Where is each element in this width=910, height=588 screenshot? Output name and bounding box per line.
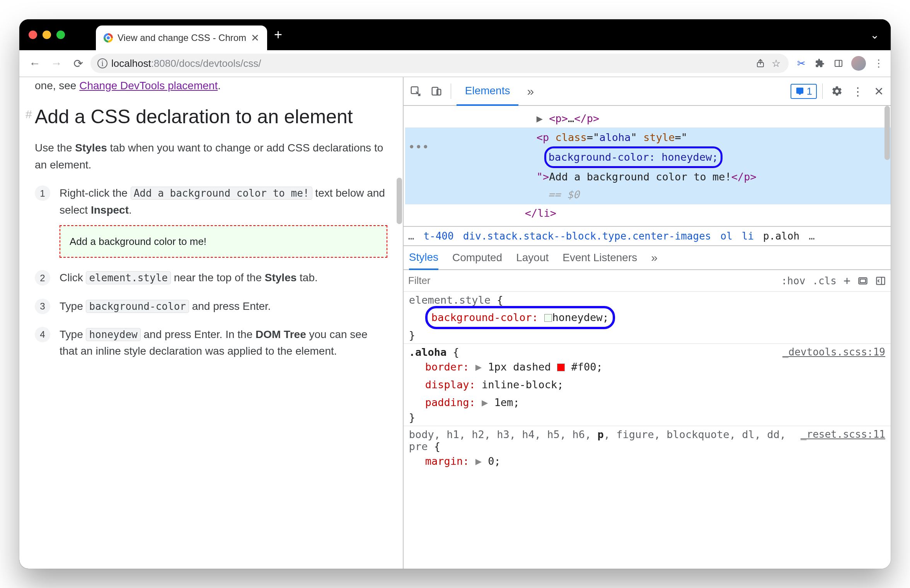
crumb-item[interactable]: ol	[720, 230, 732, 242]
bookmark-star-icon[interactable]: ☆	[770, 58, 782, 69]
scrollbar[interactable]	[884, 106, 890, 160]
window-titlebar: View and change CSS - Chrom ✕ + ⌄	[19, 19, 891, 50]
window-menu-chevron-icon[interactable]: ⌄	[870, 29, 879, 41]
tab-elements[interactable]: Elements	[457, 77, 519, 106]
crumb-item[interactable]: div.stack.stack--block.type.center-image…	[463, 230, 711, 242]
svg-rect-7	[860, 279, 866, 282]
close-tab-button[interactable]: ✕	[251, 32, 259, 44]
crumb-item-selected[interactable]: p.aloh	[763, 230, 799, 242]
tab-computed[interactable]: Computed	[452, 252, 502, 264]
site-info-icon[interactable]: i	[97, 58, 107, 68]
settings-gear-icon[interactable]	[828, 82, 846, 100]
step-number: 2	[35, 270, 50, 286]
chrome-menu-button[interactable]: ⋮	[873, 58, 884, 69]
selected-node-indicator: == $0	[428, 186, 891, 204]
crumb-ellipsis[interactable]: …	[408, 230, 414, 242]
reload-button[interactable]: ⟳	[69, 54, 87, 73]
url-host: localhost:8080/docs/devtools/css/	[111, 58, 261, 70]
crumb-ellipsis[interactable]: …	[809, 230, 815, 242]
chrome-icon	[104, 33, 113, 42]
list-item: 3 Type background-color and press Enter.	[35, 298, 387, 314]
profile-avatar[interactable]	[851, 56, 866, 71]
tab-event-listeners[interactable]: Event Listeners	[562, 252, 637, 264]
code-chip: honeydew	[86, 328, 140, 341]
list-item: 4 Type honeydew and press Enter. In the …	[35, 326, 387, 360]
list-item: 1 Right-click the Add a background color…	[35, 185, 387, 258]
devtools-close-button[interactable]: ✕	[870, 82, 888, 100]
section-heading: # Add a CSS declaration to an element	[35, 105, 387, 128]
link-change-placement[interactable]: Change DevTools placement	[79, 80, 218, 92]
style-rules: element.style { background-color: honeyd…	[404, 292, 891, 569]
anchor-hash-icon[interactable]: #	[26, 108, 32, 121]
traffic-lights	[29, 31, 65, 39]
back-button[interactable]: ←	[26, 54, 44, 73]
svg-rect-1	[835, 60, 842, 66]
address-bar[interactable]: i localhost:8080/docs/devtools/css/ ☆	[90, 54, 789, 73]
styles-subtabs: Styles Computed Layout Event Listeners »	[404, 246, 891, 270]
demo-target-box[interactable]: Add a background color to me!	[60, 225, 387, 258]
cls-toggle[interactable]: .cls	[812, 275, 837, 287]
scrollbar[interactable]	[397, 178, 402, 224]
browser-toolbar: ← → ⟳ i localhost:8080/docs/devtools/css…	[19, 50, 891, 77]
dom-breadcrumb[interactable]: … t-400 div.stack.stack--block.type.cent…	[404, 227, 891, 246]
tab-styles[interactable]: Styles	[409, 246, 438, 270]
sidepanel-icon[interactable]	[833, 58, 844, 69]
scissors-icon[interactable]: ✂	[796, 58, 807, 69]
code-chip: Add a background color to me!	[131, 187, 312, 200]
step-number: 3	[35, 299, 50, 314]
extensions-icon[interactable]	[814, 58, 826, 69]
minimize-window-button[interactable]	[43, 31, 51, 39]
devtools-topbar: Elements » 1 ⋮ ✕	[404, 77, 891, 106]
tab-layout[interactable]: Layout	[516, 252, 549, 264]
share-icon[interactable]	[755, 58, 766, 69]
styles-filter-row: :hov .cls +	[404, 270, 891, 292]
dom-tree[interactable]: ▶ <p>…</p> ••• <p class="aloha" style=" …	[404, 106, 891, 227]
browser-tab[interactable]: View and change CSS - Chrom ✕	[96, 25, 267, 50]
new-tab-button[interactable]: +	[274, 27, 282, 43]
close-window-button[interactable]	[29, 31, 37, 39]
code-chip: element.style	[86, 271, 171, 284]
page-content: one, see Change DevTools placement. # Ad…	[19, 77, 403, 569]
style-rule[interactable]: _devtools.scss:19 .aloha { border: ▶ 1px…	[404, 344, 891, 426]
style-rule[interactable]: element.style { background-color: honeyd…	[404, 292, 891, 344]
side-panel-toggle-icon[interactable]	[875, 275, 886, 286]
section-intro: Use the Styles tab when you want to chan…	[35, 139, 387, 173]
steps-list: 1 Right-click the Add a background color…	[35, 185, 387, 360]
crumb-item[interactable]: li	[742, 230, 754, 242]
new-style-rule-button[interactable]: +	[844, 274, 850, 287]
hov-toggle[interactable]: :hov	[781, 275, 806, 287]
issues-count: 1	[807, 85, 812, 97]
tab-title: View and change CSS - Chrom	[118, 32, 246, 43]
step-number: 4	[35, 327, 50, 342]
issues-badge[interactable]: 1	[791, 84, 817, 99]
filter-input[interactable]	[408, 275, 781, 287]
style-rule[interactable]: _reset.scss:11 body, h1, h2, h3, h4, h5,…	[404, 426, 891, 472]
maximize-window-button[interactable]	[56, 31, 65, 39]
code-chip: background-color	[86, 300, 189, 313]
devtools-menu-button[interactable]: ⋮	[849, 82, 867, 100]
forward-button[interactable]: →	[47, 54, 66, 73]
color-swatch-icon[interactable]	[544, 314, 552, 322]
color-swatch-icon[interactable]	[557, 364, 565, 371]
devtools-panel: Elements » 1 ⋮ ✕ ▶ <p>…</p>	[403, 77, 891, 569]
step-number: 1	[35, 185, 50, 201]
crumb-item[interactable]: t-400	[423, 230, 453, 242]
inspect-element-icon[interactable]	[407, 82, 424, 100]
intro-line: one, see Change DevTools placement.	[35, 77, 387, 94]
more-subtabs-chevron-icon[interactable]: »	[651, 251, 658, 264]
more-tabs-chevron-icon[interactable]: »	[521, 82, 539, 100]
ellipsis-icon[interactable]: •••	[405, 129, 428, 204]
source-link[interactable]: _reset.scss:11	[801, 428, 885, 440]
source-link[interactable]: _devtools.scss:19	[782, 346, 885, 358]
computed-panel-icon[interactable]	[857, 275, 868, 286]
list-item: 2 Click element.style near the top of th…	[35, 269, 387, 286]
device-toolbar-icon[interactable]	[428, 82, 445, 100]
